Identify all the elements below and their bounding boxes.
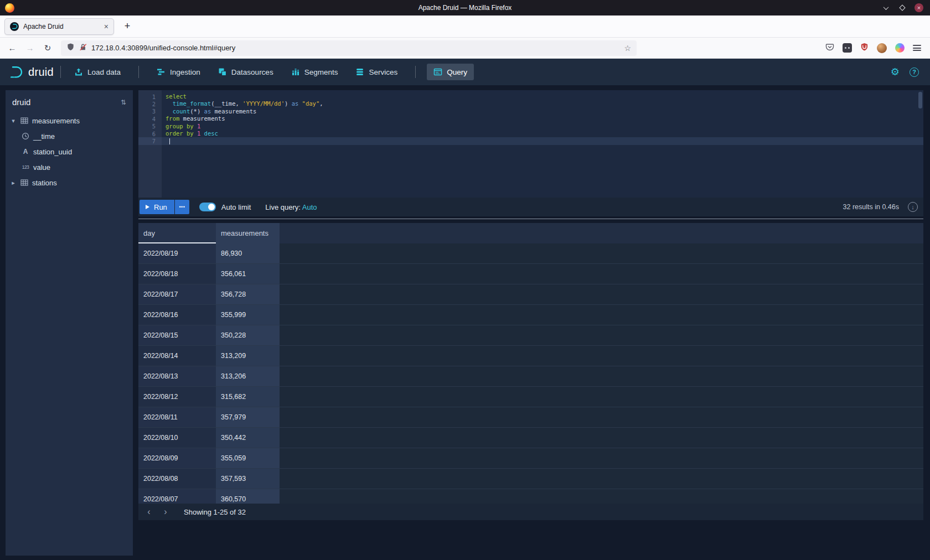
datasources-icon [218, 68, 227, 76]
auto-limit-toggle[interactable] [199, 203, 216, 211]
tree-item-measurements[interactable]: ▾measurements [6, 113, 133, 128]
text-cursor [169, 138, 170, 144]
cell-measurements[interactable]: 357,979 [216, 407, 280, 427]
maximize-button[interactable] [898, 3, 907, 12]
close-button[interactable]: × [914, 3, 923, 12]
nav-label: Segments [304, 68, 338, 76]
cell-measurements[interactable]: 313,206 [216, 366, 280, 386]
column-header-measurements[interactable]: measurements [216, 223, 280, 243]
nav-query[interactable]: Query [427, 64, 474, 80]
tree-item-time[interactable]: __time [6, 128, 133, 144]
pagination: ‹ › Showing 1-25 of 32 [138, 504, 923, 520]
back-button[interactable]: ← [4, 40, 20, 56]
cell-day[interactable]: 2022/08/08 [138, 469, 216, 489]
column-header-day[interactable]: day [138, 223, 216, 243]
cell-measurements[interactable]: 360,570 [216, 489, 280, 504]
line-number: 5 [138, 123, 162, 129]
live-query: Live query: Auto [265, 203, 317, 211]
cell-measurements[interactable]: 356,061 [216, 264, 280, 284]
extension-icon[interactable] [843, 43, 852, 53]
table-row: 2022/08/13313,206 [138, 366, 923, 387]
menu-icon[interactable] [913, 45, 921, 51]
tree-label: measurements [32, 117, 80, 125]
table-icon [20, 117, 29, 125]
nav-load-data[interactable]: Load data [68, 64, 127, 80]
cell-measurements[interactable]: 313,209 [216, 346, 280, 366]
cell-day[interactable]: 2022/08/07 [138, 489, 216, 504]
tree-item-stationuuid[interactable]: Astation_uuid [6, 144, 133, 159]
next-page-icon[interactable]: › [158, 505, 173, 519]
cell-measurements[interactable]: 356,728 [216, 284, 280, 304]
lock-insecure-icon[interactable] [79, 43, 87, 53]
cell-day[interactable]: 2022/08/15 [138, 325, 216, 345]
nav-segments[interactable]: Segments [285, 64, 345, 80]
splitter[interactable] [138, 219, 923, 219]
tree-item-value[interactable]: 123value [6, 159, 133, 175]
tab-title: Apache Druid [23, 23, 100, 30]
nav-datasources[interactable]: Datasources [211, 64, 280, 80]
run-more-button[interactable]: ••• [175, 200, 189, 214]
cell-day[interactable]: 2022/08/09 [138, 448, 216, 468]
nav-label: Datasources [231, 68, 273, 76]
profile-avatar[interactable] [877, 43, 887, 53]
header-right-icons: ⚙ ? [891, 67, 921, 77]
play-icon [146, 205, 149, 209]
druid-logo[interactable]: druid [9, 65, 54, 79]
table-row: 2022/08/07360,570 [138, 489, 923, 504]
run-bar: Run ••• Auto limit Live query: Auto 32 r… [138, 198, 923, 216]
caret-right-icon[interactable]: ▸ [10, 179, 17, 186]
cell-measurements[interactable]: 315,682 [216, 387, 280, 407]
download-icon[interactable]: ↓ [908, 202, 918, 212]
caret-down-icon[interactable]: ▾ [10, 117, 17, 125]
shield-icon[interactable] [66, 43, 75, 53]
url-text[interactable]: 172.18.0.4:30899/unified-console.html#qu… [91, 44, 619, 52]
cell-day[interactable]: 2022/08/11 [138, 407, 216, 427]
nav-services[interactable]: Services [349, 64, 404, 80]
line-number: 4 [138, 116, 162, 122]
forward-button[interactable]: → [22, 40, 38, 56]
table-row: 2022/08/15350,228 [138, 325, 923, 346]
firefox-icon [5, 3, 14, 13]
colorful-extension-icon[interactable] [895, 43, 905, 53]
minimize-button[interactable] [881, 3, 890, 12]
cell-measurements[interactable]: 357,593 [216, 469, 280, 489]
cell-measurements[interactable]: 355,999 [216, 305, 280, 325]
cell-day[interactable]: 2022/08/17 [138, 284, 216, 304]
new-tab-button[interactable]: + [120, 19, 135, 34]
cell-day[interactable]: 2022/08/18 [138, 264, 216, 284]
schema-tree: ▾measurements__timeAstation_uuid123value… [6, 113, 133, 190]
tab-close-icon[interactable]: × [104, 23, 108, 30]
toolbar-right-icons [825, 43, 926, 54]
settings-gear-icon[interactable]: ⚙ [891, 67, 900, 77]
run-button[interactable]: Run [140, 200, 174, 214]
live-query-value[interactable]: Auto [302, 203, 317, 211]
cell-day[interactable]: 2022/08/14 [138, 346, 216, 366]
cell-day[interactable]: 2022/08/13 [138, 366, 216, 386]
window-titlebar: Apache Druid — Mozilla Firefox × [0, 0, 930, 15]
nav-ingestion[interactable]: Ingestion [150, 64, 207, 80]
url-bar[interactable]: 172.18.0.4:30899/unified-console.html#qu… [61, 40, 637, 56]
cell-day[interactable]: 2022/08/12 [138, 387, 216, 407]
cell-day[interactable]: 2022/08/16 [138, 305, 216, 325]
cell-measurements[interactable]: 86,930 [216, 243, 280, 263]
browser-tab[interactable]: Apache Druid × [4, 18, 114, 35]
bookmark-star-icon[interactable]: ☆ [624, 44, 631, 53]
ublock-icon[interactable] [860, 43, 869, 53]
table-row: 2022/08/09355,059 [138, 448, 923, 469]
cell-measurements[interactable]: 350,442 [216, 428, 280, 448]
pocket-icon[interactable] [825, 43, 834, 54]
tree-label: station_uuid [33, 148, 72, 156]
run-button-group: Run ••• [140, 200, 189, 214]
help-icon[interactable]: ? [910, 68, 919, 77]
prev-page-icon[interactable]: ‹ [142, 505, 156, 519]
schema-selector[interactable]: druid ⇅ [6, 90, 133, 113]
reload-button[interactable]: ↻ [40, 40, 55, 56]
cell-measurements[interactable]: 355,059 [216, 448, 280, 468]
cell-day[interactable]: 2022/08/19 [138, 243, 216, 263]
sql-editor[interactable]: 1select2 time_format(__time, 'YYYY/MM/dd… [138, 90, 923, 198]
tree-item-stations[interactable]: ▸stations [6, 175, 133, 190]
editor-scrollbar[interactable] [918, 92, 922, 108]
cell-day[interactable]: 2022/08/10 [138, 428, 216, 448]
cell-measurements[interactable]: 350,228 [216, 325, 280, 345]
chevron-down-icon [883, 4, 888, 10]
